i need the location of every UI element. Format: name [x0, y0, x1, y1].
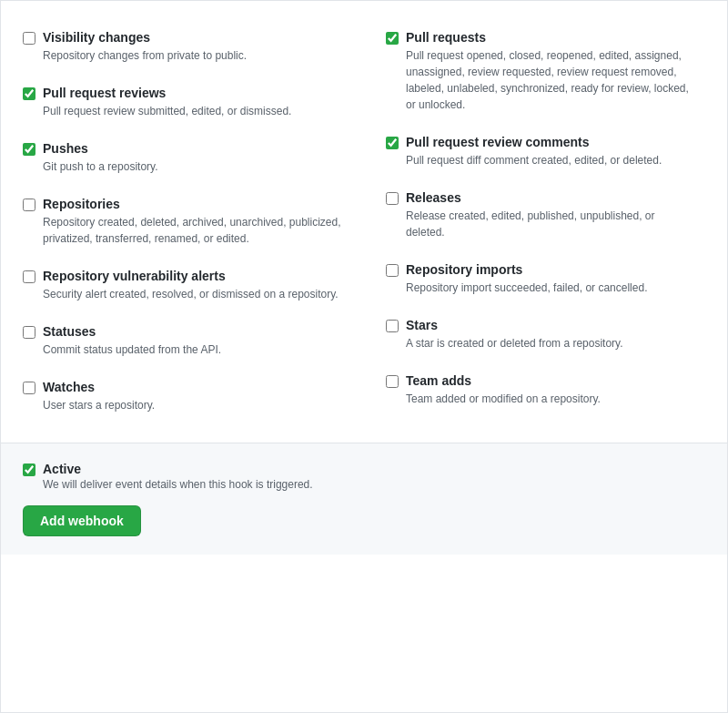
event-content-visibility-changes: Visibility changes Repository changes fr…: [43, 30, 349, 64]
event-item-team-adds: Team adds Team added or modified on a re…: [364, 362, 705, 418]
event-desc-visibility-changes: Repository changes from private to publi…: [43, 47, 349, 64]
checkbox-repository-vulnerability-alerts[interactable]: [23, 270, 35, 283]
event-desc-watches: User stars a repository.: [43, 397, 349, 413]
checkbox-wrap-watches: [23, 382, 35, 394]
events-grid: Visibility changes Repository changes fr…: [1, 1, 727, 443]
event-desc-pull-request-reviews: Pull request review submitted, edited, o…: [43, 103, 349, 119]
event-desc-pull-requests: Pull request opened, closed, reopened, e…: [406, 47, 691, 113]
right-column: Pull requests Pull request opened, close…: [364, 19, 705, 424]
event-desc-pushes: Git push to a repository.: [43, 158, 349, 175]
checkbox-watches[interactable]: [23, 382, 35, 394]
event-title-stars: Stars: [406, 318, 691, 332]
event-desc-team-adds: Team added or modified on a repository.: [406, 391, 691, 407]
footer-section: Active We will deliver event details whe…: [1, 443, 727, 555]
event-content-releases: Releases Release created, edited, publis…: [406, 190, 691, 240]
checkbox-wrap-pull-request-review-comments: [386, 137, 399, 149]
checkbox-wrap-visibility-changes: [23, 32, 35, 45]
checkbox-wrap-pull-request-reviews: [23, 87, 35, 100]
event-item-pull-requests: Pull requests Pull request opened, close…: [364, 19, 705, 124]
checkbox-pull-request-review-comments[interactable]: [386, 137, 399, 149]
checkbox-pull-request-reviews[interactable]: [23, 87, 35, 100]
event-content-pull-request-reviews: Pull request reviews Pull request review…: [43, 86, 349, 119]
event-title-pull-request-review-comments: Pull request review comments: [406, 135, 691, 149]
event-item-stars: Stars A star is created or deleted from …: [364, 307, 705, 362]
event-title-pushes: Pushes: [43, 141, 349, 156]
active-row: Active We will deliver event details whe…: [23, 462, 705, 491]
checkbox-wrap-statuses: [23, 326, 35, 339]
event-desc-stars: A star is created or deleted from a repo…: [406, 335, 691, 351]
event-content-statuses: Statuses Commit status updated from the …: [43, 324, 349, 358]
checkbox-wrap-releases: [386, 192, 399, 205]
checkbox-repositories[interactable]: [23, 199, 35, 211]
event-title-team-adds: Team adds: [406, 373, 691, 388]
event-content-repositories: Repositories Repository created, deleted…: [43, 197, 349, 247]
event-title-repository-imports: Repository imports: [406, 262, 691, 277]
checkbox-wrap-pull-requests: [386, 32, 399, 45]
checkbox-stars[interactable]: [386, 320, 399, 332]
event-item-releases: Releases Release created, edited, publis…: [364, 179, 705, 251]
event-title-pull-requests: Pull requests: [406, 30, 691, 45]
event-title-visibility-changes: Visibility changes: [43, 30, 349, 45]
event-title-pull-request-reviews: Pull request reviews: [43, 86, 349, 100]
checkbox-releases[interactable]: [386, 192, 399, 205]
event-title-releases: Releases: [406, 190, 691, 205]
checkbox-pushes[interactable]: [23, 143, 35, 156]
event-desc-releases: Release created, edited, published, unpu…: [406, 208, 691, 240]
event-title-watches: Watches: [43, 380, 349, 394]
event-title-repository-vulnerability-alerts: Repository vulnerability alerts: [43, 269, 349, 283]
event-content-pushes: Pushes Git push to a repository.: [43, 141, 349, 175]
event-desc-statuses: Commit status updated from the API.: [43, 341, 349, 358]
checkbox-wrap-repositories: [23, 199, 35, 211]
event-item-pushes: Pushes Git push to a repository.: [23, 130, 364, 186]
event-desc-repository-vulnerability-alerts: Security alert created, resolved, or dis…: [43, 286, 349, 302]
event-item-repository-vulnerability-alerts: Repository vulnerability alerts Security…: [23, 258, 364, 313]
event-item-watches: Watches User stars a repository.: [23, 369, 364, 424]
checkbox-team-adds[interactable]: [386, 375, 399, 388]
event-content-watches: Watches User stars a repository.: [43, 380, 349, 413]
event-content-pull-requests: Pull requests Pull request opened, close…: [406, 30, 691, 113]
event-item-repositories: Repositories Repository created, deleted…: [23, 186, 364, 258]
event-item-repository-imports: Repository imports Repository import suc…: [364, 251, 705, 307]
checkbox-wrap-team-adds: [386, 375, 399, 388]
checkbox-wrap-stars: [386, 320, 399, 332]
event-content-stars: Stars A star is created or deleted from …: [406, 318, 691, 351]
event-title-repositories: Repositories: [43, 197, 349, 211]
event-content-repository-vulnerability-alerts: Repository vulnerability alerts Security…: [43, 269, 349, 302]
main-container: Visibility changes Repository changes fr…: [0, 0, 728, 713]
checkbox-pull-requests[interactable]: [386, 32, 399, 45]
active-label: Active: [43, 462, 313, 476]
checkbox-wrap-repository-vulnerability-alerts: [23, 270, 35, 283]
event-item-pull-request-reviews: Pull request reviews Pull request review…: [23, 75, 364, 130]
event-content-team-adds: Team adds Team added or modified on a re…: [406, 373, 691, 407]
active-desc: We will deliver event details when this …: [43, 478, 313, 491]
event-item-statuses: Statuses Commit status updated from the …: [23, 313, 364, 369]
event-content-repository-imports: Repository imports Repository import suc…: [406, 262, 691, 296]
checkbox-wrap-pushes: [23, 143, 35, 156]
event-desc-pull-request-review-comments: Pull request diff comment created, edite…: [406, 152, 691, 168]
event-content-pull-request-review-comments: Pull request review comments Pull reques…: [406, 135, 691, 168]
checkbox-visibility-changes[interactable]: [23, 32, 35, 45]
checkbox-repository-imports[interactable]: [386, 264, 399, 277]
event-desc-repositories: Repository created, deleted, archived, u…: [43, 214, 349, 247]
left-column: Visibility changes Repository changes fr…: [23, 19, 364, 424]
event-item-pull-request-review-comments: Pull request review comments Pull reques…: [364, 124, 705, 179]
active-checkbox[interactable]: [23, 463, 35, 476]
add-webhook-button[interactable]: Add webhook: [23, 505, 141, 536]
checkbox-statuses[interactable]: [23, 326, 35, 339]
event-desc-repository-imports: Repository import succeeded, failed, or …: [406, 280, 691, 296]
event-title-statuses: Statuses: [43, 324, 349, 339]
checkbox-wrap-repository-imports: [386, 264, 399, 277]
active-content: Active We will deliver event details whe…: [43, 462, 313, 491]
event-item-visibility-changes: Visibility changes Repository changes fr…: [23, 19, 364, 75]
